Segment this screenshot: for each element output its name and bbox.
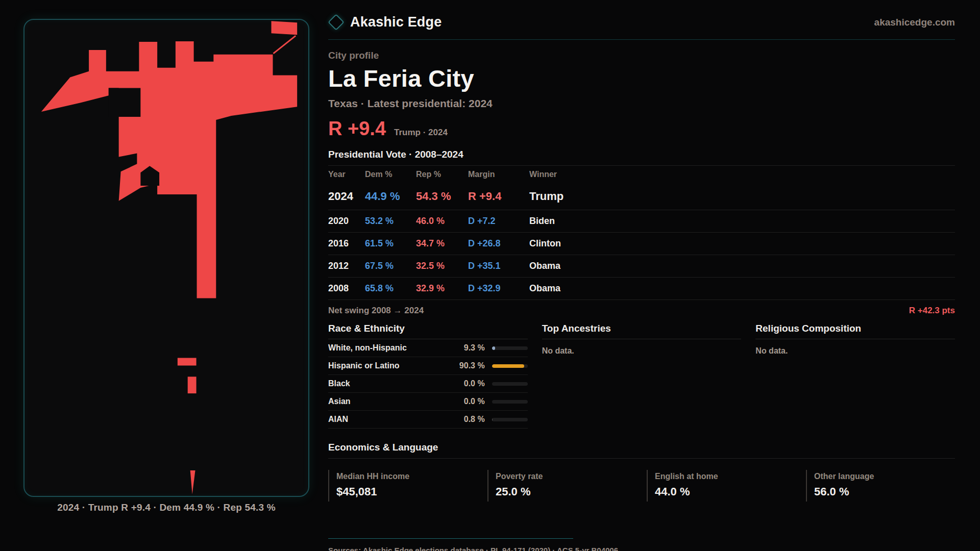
race-label: White, non-Hispanic [328, 343, 434, 353]
race-section-title: Race & Ethnicity [328, 323, 528, 339]
vote-table-row: 2012 67.5 % 32.5 % D +35.1 Obama [328, 255, 955, 278]
stat-card-value: 44.0 % [655, 485, 796, 498]
net-swing-label: Net swing 2008 → 2024 [328, 306, 424, 316]
map-caption: 2024 · Trump R +9.4 · Dem 44.9 % · Rep 5… [23, 502, 309, 513]
cell-winner: Obama [529, 261, 955, 271]
race-rows: White, non-Hispanic 9.3 % Hispanic or La… [328, 339, 528, 429]
race-bar-fill [492, 346, 496, 350]
col-rep: Rep % [416, 170, 468, 179]
stat-card: English at home 44.0 % [647, 470, 796, 502]
race-row: AIAN 0.8 % [328, 411, 528, 429]
cell-year: 2008 [328, 283, 365, 294]
cell-year: 2024 [328, 190, 365, 203]
stat-card: Other language 56.0 % [806, 470, 955, 502]
race-value: 0.0 % [441, 379, 485, 388]
stat-card-label: Other language [814, 472, 955, 481]
profile-content: Akashic Edge akashicedge.com City profil… [328, 14, 955, 551]
race-label: Hispanic or Latino [328, 361, 434, 370]
race-row: Black 0.0 % [328, 375, 528, 393]
stat-card-value: $45,081 [336, 485, 477, 498]
city-map-panel [23, 19, 309, 497]
ancestries-empty: No data. [542, 346, 742, 356]
ancestries-section: Top Ancestries No data. [542, 323, 742, 429]
race-bar-track [492, 364, 528, 368]
cell-margin: D +32.9 [468, 283, 529, 294]
race-row: White, non-Hispanic 9.3 % [328, 339, 528, 357]
religion-section: Religious Composition No data. [755, 323, 955, 429]
stat-card: Poverty rate 25.0 % [487, 470, 636, 502]
race-bar-fill [492, 364, 524, 368]
race-bar-track [492, 418, 528, 421]
race-row: Hispanic or Latino 90.3 % [328, 357, 528, 375]
footer-divider [328, 538, 573, 539]
col-dem: Dem % [365, 170, 416, 179]
race-value: 9.3 % [441, 343, 485, 353]
cell-dem: 61.5 % [365, 238, 416, 249]
col-margin: Margin [468, 170, 529, 179]
lead-margin-detail: Trump · 2024 [394, 128, 448, 138]
cell-margin: D +7.2 [468, 216, 529, 227]
vote-table-row: 2024 44.9 % 54.3 % R +9.4 Trump [328, 183, 955, 210]
cell-dem: 65.8 % [365, 283, 416, 294]
cell-winner: Biden [529, 216, 955, 227]
cell-dem: 44.9 % [365, 190, 416, 203]
race-bar-track [492, 382, 528, 386]
lead-result: R +9.4 Trump · 2024 [328, 118, 955, 140]
cell-dem: 53.2 % [365, 216, 416, 227]
cell-rep: 34.7 % [416, 238, 468, 249]
net-swing-row: Net swing 2008 → 2024 R +42.3 pts [328, 300, 955, 316]
cell-dem: 67.5 % [365, 261, 416, 271]
vote-table-title: Presidential Vote · 2008–2024 [328, 149, 955, 165]
cell-year: 2020 [328, 216, 365, 227]
stat-card-label: Median HH income [336, 472, 477, 481]
page-footer: Sources: Akashic Edge elections database… [328, 538, 955, 551]
brand-title: Akashic Edge [350, 14, 442, 30]
cell-rep: 46.0 % [416, 216, 468, 227]
cell-rep: 54.3 % [416, 190, 468, 203]
brand-site-link[interactable]: akashicedge.com [874, 17, 955, 28]
page-kicker: City profile [328, 50, 955, 61]
cell-winner: Trump [529, 190, 955, 203]
page-subtitle: Texas · Latest presidential: 2024 [328, 97, 955, 110]
race-bar-track [492, 400, 528, 404]
stat-card-value: 56.0 % [814, 485, 955, 498]
cell-margin: D +26.8 [468, 238, 529, 249]
cell-winner: Obama [529, 283, 955, 294]
demographic-sections: Race & Ethnicity White, non-Hispanic 9.3… [328, 323, 955, 429]
race-label: AIAN [328, 415, 434, 424]
economics-section-title: Economics & Language [328, 442, 955, 459]
app-header: Akashic Edge akashicedge.com [328, 14, 955, 40]
race-label: Asian [328, 397, 434, 406]
stat-card: Median HH income $45,081 [328, 470, 477, 502]
vote-table-row: 2020 53.2 % 46.0 % D +7.2 Biden [328, 210, 955, 233]
vote-table-header: Year Dem % Rep % Margin Winner [328, 166, 955, 183]
cell-year: 2016 [328, 238, 365, 249]
race-label: Black [328, 379, 434, 388]
religion-empty: No data. [755, 346, 955, 356]
cell-year: 2012 [328, 261, 365, 271]
race-value: 90.3 % [441, 361, 485, 370]
cell-margin: R +9.4 [468, 190, 529, 203]
col-winner: Winner [529, 170, 955, 179]
brand-diamond-icon [328, 14, 345, 31]
lead-margin-value: R +9.4 [328, 118, 386, 140]
cell-winner: Clinton [529, 238, 955, 249]
city-boundary-map [24, 20, 308, 496]
vote-table: Year Dem % Rep % Margin Winner 2024 44.9… [328, 165, 955, 300]
cell-rep: 32.9 % [416, 283, 468, 294]
race-bar-track [492, 346, 528, 350]
vote-table-row: 2016 61.5 % 34.7 % D +26.8 Clinton [328, 233, 955, 255]
col-year: Year [328, 170, 365, 179]
economics-cards: Median HH income $45,081 Poverty rate 25… [328, 470, 955, 502]
net-swing-value: R +42.3 pts [909, 306, 955, 316]
stat-card-value: 25.0 % [496, 485, 636, 498]
religion-section-title: Religious Composition [755, 323, 955, 339]
stat-card-label: English at home [655, 472, 796, 481]
stat-card-label: Poverty rate [496, 472, 636, 481]
race-section: Race & Ethnicity White, non-Hispanic 9.3… [328, 323, 528, 429]
vote-table-row: 2008 65.8 % 32.9 % D +32.9 Obama [328, 278, 955, 300]
race-row: Asian 0.0 % [328, 393, 528, 411]
ancestries-section-title: Top Ancestries [542, 323, 742, 339]
sources-text: Sources: Akashic Edge elections database… [328, 546, 955, 551]
page-title: La Feria City [328, 64, 955, 92]
